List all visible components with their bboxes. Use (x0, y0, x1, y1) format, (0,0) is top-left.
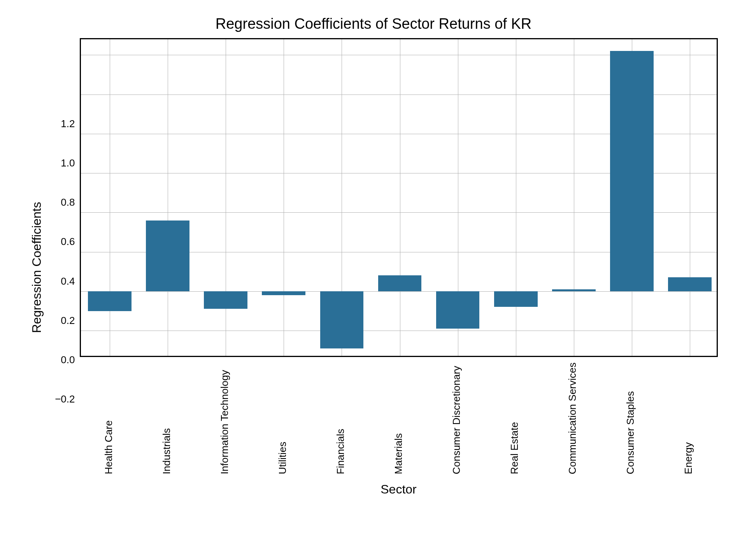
bar (146, 220, 189, 291)
bar (320, 291, 364, 348)
x-tick-slot: Consumer Staples (601, 362, 659, 474)
plot-column: Health CareIndustrialsInformation Techno… (80, 38, 718, 497)
x-tick-slot: Energy (659, 362, 717, 474)
grid-line-vertical (690, 39, 690, 356)
bar (668, 277, 712, 291)
grid-line-horizontal (81, 331, 717, 331)
bar (552, 289, 596, 291)
chart-wrapper: Regression Coefficients −0.20.00.20.40.6… (30, 38, 718, 497)
x-tick-slot: Financials (312, 362, 370, 474)
bar (436, 291, 480, 329)
x-tick-slot: Information Technology (196, 362, 254, 474)
x-tick-label: Health Care (103, 362, 115, 474)
x-tick-label: Information Technology (219, 362, 231, 474)
chart-title: Regression Coefficients of Sector Return… (216, 16, 531, 32)
y-axis-label: Regression Coefficients (30, 202, 44, 333)
grid-line-vertical (516, 39, 516, 356)
x-tick-label: Consumer Staples (624, 362, 637, 474)
bar (204, 291, 247, 309)
plot-area (80, 38, 718, 357)
grid-line-vertical (284, 39, 284, 356)
x-tick-label: Utilities (277, 362, 289, 474)
x-tick-label: Communication Services (566, 362, 579, 474)
bar (262, 291, 305, 295)
grid-line-vertical (400, 39, 400, 356)
bar (378, 275, 422, 291)
x-axis-label: Sector (381, 482, 416, 497)
grid-line-horizontal (81, 291, 717, 292)
x-tick-slot: Utilities (254, 362, 312, 474)
bar (494, 291, 538, 307)
grid-line-vertical (574, 39, 574, 356)
bar (610, 51, 654, 291)
x-tick-slot: Materials (370, 362, 428, 474)
x-tick-label: Financials (335, 362, 347, 474)
x-tick-slot: Consumer Discretionary (428, 362, 486, 474)
x-tick-label: Energy (682, 362, 694, 474)
x-tick-slot: Health Care (80, 362, 138, 474)
x-tick-slot: Industrials (138, 362, 196, 474)
x-tick-label: Real Estate (509, 362, 521, 474)
x-tick-label: Materials (393, 362, 405, 474)
x-ticks: Health CareIndustrialsInformation Techno… (80, 362, 718, 474)
x-tick-slot: Communication Services (544, 362, 601, 474)
x-tick-slot: Real Estate (486, 362, 544, 474)
grid-line-vertical (168, 39, 168, 356)
bar (88, 291, 132, 311)
y-ticks: −0.20.00.20.40.60.81.01.2 (48, 108, 75, 427)
x-tick-label: Industrials (161, 362, 173, 474)
x-tick-label: Consumer Discretionary (451, 362, 463, 474)
